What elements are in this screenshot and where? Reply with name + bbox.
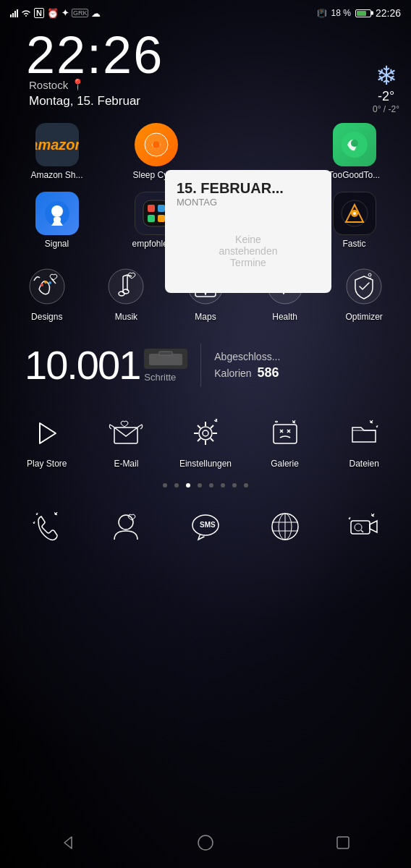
steps-info: Abgeschloss... Kalorien 586	[214, 351, 280, 380]
home-button[interactable]	[190, 827, 221, 863]
app-camera[interactable]	[331, 505, 397, 552]
app-settings-label: Einstellungen	[179, 459, 232, 469]
location-row: Rostock 📍	[29, 78, 385, 91]
time-section: 22:26 Rostock 📍 Montag, 15. Februar	[13, 23, 398, 110]
app-dateien[interactable]: Dateien	[331, 412, 397, 469]
svg-point-17	[30, 269, 64, 304]
email-icon	[104, 412, 148, 455]
svg-line-46	[198, 425, 200, 428]
location-pin-icon: 📍	[71, 78, 85, 91]
weather-temp: -2°	[373, 89, 399, 104]
signal-icon	[10, 9, 18, 17]
sleep-svg	[143, 132, 169, 158]
svg-point-19	[44, 281, 47, 284]
signal-app-icon	[35, 192, 79, 235]
cal-day: MONTAG	[177, 197, 320, 208]
optimizer-icon	[342, 265, 386, 308]
svg-rect-10	[158, 205, 165, 212]
app-toogood-label: TooGoodTo...	[329, 170, 380, 180]
app-toogood[interactable]: TooGoodTo...	[322, 123, 387, 180]
sms-icon: SMS	[184, 505, 227, 548]
steps-divider	[200, 344, 201, 387]
svg-rect-12	[158, 215, 165, 222]
status-bar: N ⏰ ✦ GRK ☁ 📳 18 % 22:26	[0, 0, 411, 23]
bluetooth-icon: ✦	[62, 8, 69, 18]
app-signal-label: Signal	[45, 239, 69, 249]
svg-marker-38	[40, 423, 56, 443]
status-left: N ⏰ ✦ GRK ☁	[10, 8, 101, 19]
svg-line-47	[211, 438, 213, 441]
steps-label: Schritte	[144, 372, 176, 383]
app-row-4: Play Store E-Mail	[0, 406, 411, 475]
app-contacts[interactable]	[93, 505, 158, 552]
svg-point-40	[199, 427, 212, 440]
toogood-icon	[333, 123, 376, 166]
browser-icon	[263, 505, 307, 548]
recent-button[interactable]	[328, 827, 358, 862]
app-maps-label: Maps	[195, 312, 216, 322]
app-optimizer[interactable]: Optimizer	[331, 265, 397, 322]
svg-point-65	[355, 524, 362, 531]
app-settings[interactable]: Einstellungen	[173, 412, 238, 469]
svg-point-20	[48, 281, 51, 284]
app-musik[interactable]: Musik	[93, 265, 158, 322]
app-designs[interactable]: Designs	[14, 265, 80, 322]
svg-line-66	[361, 530, 363, 532]
steps-luggage-icon	[144, 349, 187, 369]
svg-point-1	[153, 141, 160, 148]
svg-rect-6	[54, 217, 61, 222]
app-playstore[interactable]: Play Store	[14, 412, 80, 469]
svg-point-56	[119, 515, 133, 529]
app-row-5: SMS	[0, 499, 411, 558]
svg-rect-64	[351, 521, 370, 534]
camera-icon	[342, 505, 386, 548]
calendar-popup[interactable]: 15. FEBRUAR... MONTAG KeineanstehendenTe…	[165, 170, 331, 293]
status-time: 22:26	[376, 7, 401, 19]
steps-calories: Kalorien 586	[214, 365, 280, 380]
svg-point-5	[51, 205, 63, 217]
steps-status: Abgeschloss...	[214, 351, 280, 362]
settings-icon	[184, 412, 227, 455]
app-browser[interactable]	[253, 505, 318, 552]
back-button[interactable]	[53, 827, 83, 862]
svg-rect-9	[148, 205, 155, 212]
app-optimizer-label: Optimizer	[346, 312, 383, 322]
app-playstore-label: Play Store	[27, 459, 67, 469]
cloud-icon: ☁	[91, 8, 101, 19]
app-sms[interactable]: SMS	[173, 505, 238, 552]
cal-empty-text: KeineanstehendenTermine	[177, 219, 320, 283]
app-musik-label: Musik	[115, 312, 137, 322]
alarm-icon: ⏰	[47, 8, 59, 19]
playstore-icon	[25, 412, 69, 455]
svg-point-3	[351, 140, 358, 147]
fastic-icon	[333, 192, 376, 235]
nfc-icon: N	[34, 8, 44, 18]
svg-point-18	[41, 284, 43, 286]
app-email[interactable]: E-Mail	[93, 412, 158, 469]
app-amazon[interactable]: amazon Amazon Sh...	[25, 123, 90, 180]
big-clock: 22:26	[26, 29, 385, 81]
app-dateien-label: Dateien	[349, 459, 378, 469]
page-dot-8	[244, 483, 248, 488]
app-fastic[interactable]: Fastic	[322, 192, 387, 249]
phone-icon	[25, 505, 69, 548]
page-dot-3	[186, 483, 190, 488]
app-galerie[interactable]: Galerie	[253, 412, 318, 469]
galerie-icon	[263, 412, 307, 455]
app-signal[interactable]: Signal	[25, 192, 90, 249]
svg-rect-11	[148, 215, 155, 222]
svg-line-49	[198, 438, 200, 441]
app-fastic-label: Fastic	[342, 239, 365, 249]
cal-date: 15. FEBRUAR...	[177, 180, 320, 197]
weather-icon: ❄	[373, 63, 399, 89]
wifi-icon	[21, 9, 31, 17]
date-display: Montag, 15. Februar	[29, 94, 385, 109]
svg-marker-67	[64, 837, 72, 848]
dateien-icon	[342, 412, 386, 455]
svg-text:SMS: SMS	[200, 521, 216, 529]
app-designs-label: Designs	[31, 312, 62, 322]
svg-line-48	[211, 425, 213, 428]
status-right: 📳 18 % 22:26	[317, 7, 401, 19]
app-phone[interactable]	[14, 505, 80, 552]
svg-rect-50	[274, 425, 297, 443]
